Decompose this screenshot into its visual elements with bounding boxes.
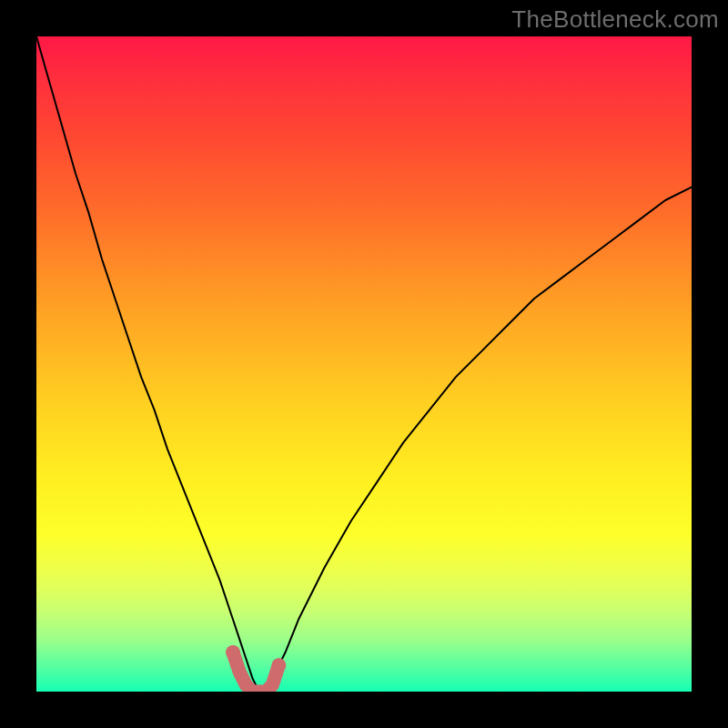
plot-area — [36, 36, 692, 692]
bottleneck-curve — [36, 36, 692, 692]
curve-layer — [36, 36, 692, 692]
watermark: TheBottleneck.com — [511, 5, 719, 34]
chart-stage: TheBottleneck.com — [0, 0, 728, 728]
svg-point-1 — [271, 658, 286, 672]
watermark-text: TheBottleneck.com — [511, 5, 719, 33]
svg-point-0 — [226, 645, 240, 660]
